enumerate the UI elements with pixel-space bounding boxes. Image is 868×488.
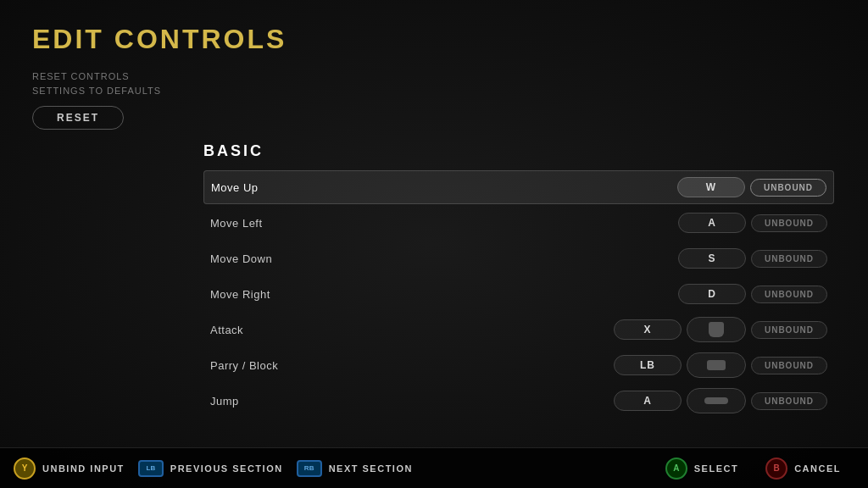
unbound-badge-move-down[interactable]: UNBOUND xyxy=(751,250,827,268)
unbound-badge-move-up[interactable]: UNBOUND xyxy=(750,179,826,197)
unbound-badge-attack[interactable]: UNBOUND xyxy=(751,321,827,339)
prev-section-label: PREVIOUS SECTION xyxy=(170,463,283,474)
unbound-badge-jump[interactable]: UNBOUND xyxy=(751,392,827,410)
action-name-move-left: Move Left xyxy=(210,217,678,230)
key-badge-w[interactable]: W xyxy=(677,177,745,197)
key-badge-x[interactable]: X xyxy=(614,319,682,340)
action-name-move-up: Move Up xyxy=(211,181,677,194)
select-button[interactable]: A SELECT xyxy=(665,458,738,480)
action-name-attack: Attack xyxy=(210,324,614,336)
binding-group-attack: X UNBOUND xyxy=(614,317,827,342)
unbind-input-button[interactable]: Y UNBIND INPUT xyxy=(14,458,125,480)
select-label: SELECT xyxy=(694,463,738,474)
action-name-parry: Parry / Block xyxy=(210,359,614,372)
next-section-label: NEXT SECTION xyxy=(329,463,413,474)
page: EDIT CONTROLS RESET CONTROLS SETTINGS TO… xyxy=(0,0,868,488)
key-badge-d[interactable]: D xyxy=(678,284,746,304)
control-row-jump[interactable]: Jump A UNBOUND xyxy=(203,384,834,418)
bottom-right-buttons: A SELECT B CANCEL xyxy=(665,458,854,480)
control-row-move-right[interactable]: Move Right D UNBOUND xyxy=(203,277,834,311)
unbound-badge-move-left[interactable]: UNBOUND xyxy=(751,214,827,232)
control-row-attack[interactable]: Attack X UNBOUND xyxy=(203,313,834,347)
reset-label: RESET CONTROLS SETTINGS TO DEFAULTS xyxy=(32,69,161,97)
key-badge-lb[interactable]: LB xyxy=(614,355,682,375)
control-row-parry[interactable]: Parry / Block LB UNBOUND xyxy=(203,348,834,382)
reset-button[interactable]: RESET xyxy=(32,106,124,130)
action-name-move-down: Move Down xyxy=(210,252,678,265)
lb-button-icon: LB xyxy=(138,460,164,477)
action-name-move-right: Move Right xyxy=(210,288,678,301)
gamepad-badge-attack[interactable] xyxy=(687,317,746,342)
binding-group-move-left: A UNBOUND xyxy=(678,213,827,233)
key-badge-jump-a[interactable]: A xyxy=(614,391,682,411)
key-badge-s[interactable]: S xyxy=(678,248,746,269)
binding-group-move-right: D UNBOUND xyxy=(678,284,827,304)
gamepad-trigger-icon xyxy=(709,322,724,337)
binding-group-move-down: S UNBOUND xyxy=(678,248,827,269)
binding-group-move-up: W UNBOUND xyxy=(677,177,826,197)
binding-group-jump: A UNBOUND xyxy=(614,388,827,413)
y-button-icon: Y xyxy=(14,458,36,480)
section-title: BASIC xyxy=(203,142,834,160)
control-row-move-down[interactable]: Move Down S UNBOUND xyxy=(203,241,834,275)
a-button-icon: A xyxy=(665,458,687,480)
bottom-bar: Y UNBIND INPUT LB PREVIOUS SECTION RB NE… xyxy=(0,447,868,488)
unbind-input-label: UNBIND INPUT xyxy=(42,463,125,474)
gamepad-bumper-icon xyxy=(707,360,726,370)
control-row-move-left[interactable]: Move Left A UNBOUND xyxy=(203,206,834,240)
action-name-jump: Jump xyxy=(210,395,614,408)
gamepad-badge-jump[interactable] xyxy=(687,388,746,413)
prev-section-button[interactable]: LB PREVIOUS SECTION xyxy=(138,460,283,477)
control-row-move-up[interactable]: Move Up W UNBOUND xyxy=(203,170,834,204)
gamepad-bar-icon xyxy=(704,397,728,404)
controls-area: BASIC Move Up W UNBOUND Move Left A UNBO… xyxy=(203,142,834,419)
b-button-icon: B xyxy=(765,458,787,480)
rb-button-icon: RB xyxy=(297,460,322,477)
key-badge-a[interactable]: A xyxy=(678,213,746,233)
gamepad-badge-parry[interactable] xyxy=(687,352,746,378)
page-title: EDIT CONTROLS xyxy=(32,24,287,55)
next-section-button[interactable]: RB NEXT SECTION xyxy=(297,460,413,477)
unbound-badge-move-right[interactable]: UNBOUND xyxy=(751,286,827,303)
reset-section: RESET CONTROLS SETTINGS TO DEFAULTS RESE… xyxy=(32,69,161,130)
unbound-badge-parry[interactable]: UNBOUND xyxy=(751,357,827,374)
cancel-label: CANCEL xyxy=(794,463,841,474)
binding-group-parry: LB UNBOUND xyxy=(614,352,827,378)
cancel-button[interactable]: B CANCEL xyxy=(765,458,841,480)
